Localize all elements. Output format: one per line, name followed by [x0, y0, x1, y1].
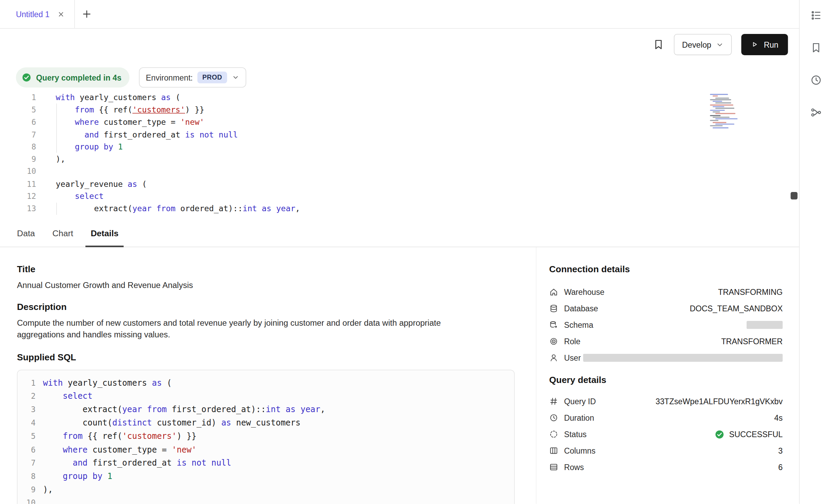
code-text: extract(year from ordered_at)::int as ye… — [36, 204, 300, 214]
editor-line-12: 12 select — [0, 190, 799, 202]
redacted-value — [747, 321, 783, 329]
connection-row-role: RoleTRANSFORMER — [549, 333, 783, 350]
supplied-sql-heading: Supplied SQL — [17, 352, 515, 363]
minimap[interactable] — [710, 94, 749, 129]
supplied-sql-line-10: 10 — [17, 496, 514, 504]
line-number: 7 — [17, 459, 36, 467]
sql-editor[interactable]: 1with yearly_customers as (5 from {{ ref… — [0, 91, 799, 220]
warehouse-icon — [549, 288, 558, 297]
minimap-line — [710, 94, 728, 95]
query-row-rows: Rows6 — [549, 459, 783, 475]
toolbar: Develop Run — [653, 34, 788, 55]
detail-value: 4s — [774, 413, 783, 422]
editor-scrollbar-thumb[interactable] — [791, 192, 797, 200]
history-icon[interactable] — [810, 74, 822, 86]
title-heading: Title — [17, 264, 515, 275]
run-button[interactable]: Run — [741, 34, 788, 55]
query-status-pill: Query completed in 4s — [16, 67, 129, 87]
environment-selector[interactable]: Environment: PROD — [139, 67, 246, 87]
detail-value: TRANSFORMING — [718, 288, 783, 297]
detail-value: TRANSFORMER — [721, 337, 783, 346]
results-tabs: DataChartDetails — [0, 220, 799, 247]
supplied-sql-line-2: 2 select — [17, 389, 514, 403]
minimap-line — [713, 101, 722, 102]
line-number: 9 — [0, 155, 36, 164]
detail-label: Query ID — [564, 397, 596, 406]
outline-list-icon[interactable] — [810, 10, 822, 21]
right-sidebar — [799, 0, 832, 504]
run-label: Run — [764, 40, 778, 49]
detail-value: DOCS_TEAM_SANDBOX — [690, 304, 783, 313]
bookmark-icon[interactable] — [810, 42, 822, 53]
columns-icon — [549, 446, 558, 455]
code-text: group by 1 — [36, 142, 123, 152]
line-number: 1 — [17, 379, 36, 387]
detail-label: Role — [564, 337, 581, 346]
close-tab-icon[interactable] — [58, 10, 65, 18]
line-number: 9 — [17, 485, 36, 494]
minimap-line — [713, 117, 730, 118]
code-text: with yearly_customers as ( — [36, 93, 180, 102]
app-window: Untitled 1 Develop Run — [0, 0, 832, 504]
code-text: yearly_revenue as ( — [36, 179, 147, 189]
status-value: SUCCESSFUL — [715, 429, 783, 439]
editor-line-1: 1with yearly_customers as ( — [0, 91, 799, 104]
query-status-text: Query completed in 4s — [36, 73, 121, 82]
supplied-sql-line-5: 5 from {{ ref('customers') }} — [17, 430, 514, 443]
bookmark-icon[interactable] — [653, 39, 665, 50]
editor-line-5: 5 from {{ ref('customers') }} — [0, 104, 799, 116]
results-tab-chart[interactable]: Chart — [47, 220, 78, 247]
database-icon — [549, 304, 558, 313]
results-tab-details[interactable]: Details — [85, 220, 124, 247]
minimap-line — [710, 120, 718, 121]
code-text: select — [36, 391, 93, 401]
minimap-line — [710, 99, 731, 100]
editor-line-10: 10 — [0, 165, 799, 178]
code-text: extract(year from first_ordered_at)::int… — [36, 405, 325, 414]
minimap-line — [713, 111, 720, 112]
line-number: 6 — [17, 445, 36, 454]
status-text: SUCCESSFUL — [729, 430, 783, 439]
connection-rows: WarehouseTRANSFORMINGDatabaseDOCS_TEAM_S… — [549, 284, 783, 366]
editor-line-11: 11yearly_revenue as ( — [0, 178, 799, 190]
minimap-line — [715, 97, 729, 98]
hash-icon — [549, 397, 558, 406]
line-number: 1 — [0, 93, 36, 102]
code-text: count(distinct customer_id) as new_custo… — [36, 418, 301, 428]
results-tab-data[interactable]: Data — [12, 220, 40, 247]
supplied-sql-line-3: 3 extract(year from first_ordered_at)::i… — [17, 403, 514, 416]
line-number: 11 — [0, 180, 36, 188]
supplied-sql-line-4: 4 count(distinct customer_id) as new_cus… — [17, 416, 514, 430]
line-number: 8 — [17, 472, 36, 481]
minimap-line — [710, 110, 725, 111]
line-number: 13 — [0, 204, 36, 213]
line-number: 5 — [17, 432, 36, 441]
minimap-line — [715, 124, 735, 125]
connection-row-user: User — [549, 350, 783, 366]
line-number: 2 — [17, 392, 36, 400]
detail-label: User — [564, 353, 581, 362]
supplied-sql-line-9: 9), — [17, 483, 514, 496]
develop-label: Develop — [682, 40, 711, 49]
check-circle-icon — [22, 73, 31, 82]
lineage-icon[interactable] — [810, 107, 822, 118]
minimap-line — [713, 106, 724, 107]
editor-line-8: 8 group by 1 — [0, 141, 799, 153]
description-value: Compute the number of new customers and … — [17, 317, 480, 340]
indent-guide — [56, 203, 57, 215]
query-row-columns: Columns3 — [549, 442, 783, 459]
supplied-sql-line-1: 1with yearly_customers as ( — [17, 376, 514, 389]
new-tab-button[interactable] — [75, 0, 98, 28]
develop-menu-button[interactable]: Develop — [674, 34, 732, 55]
detail-value: 3 — [778, 446, 783, 455]
minimap-line — [713, 127, 728, 128]
editor-line-13: 13 extract(year from ordered_at)::int as… — [0, 203, 799, 215]
supplied-sql-line-8: 8 group by 1 — [17, 470, 514, 483]
minimap-line — [715, 103, 731, 104]
user-icon — [549, 353, 558, 362]
details-right-column: Connection details WarehouseTRANSFORMING… — [549, 247, 783, 475]
spinner-icon — [549, 430, 558, 439]
editor-tab-untitled[interactable]: Untitled 1 — [0, 0, 75, 28]
code-text: ), — [36, 485, 53, 494]
code-text: from {{ ref('customers') }} — [36, 431, 197, 441]
